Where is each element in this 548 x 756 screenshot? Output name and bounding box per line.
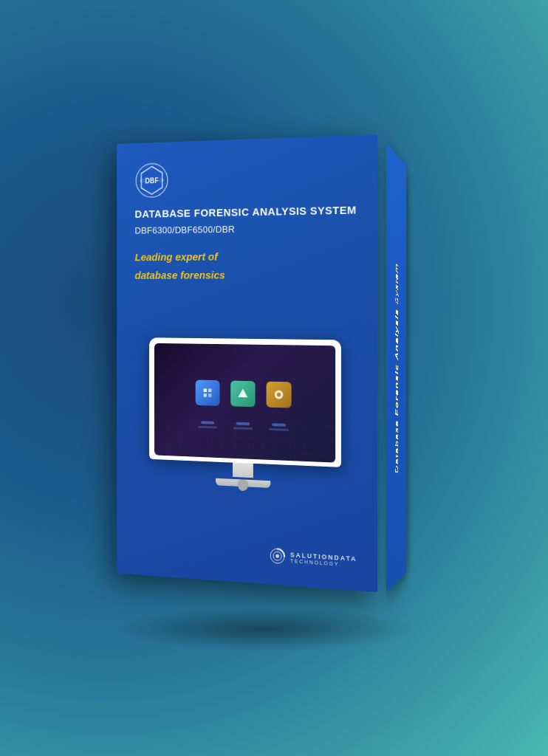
box-shadow — [114, 607, 416, 651]
monitor-illustration — [135, 300, 357, 532]
monitor — [149, 337, 341, 491]
svg-rect-3 — [154, 420, 335, 463]
product-box-scene: DBF DATABASE FORENSIC ANALYSIS SYSTEM DB… — [89, 120, 459, 636]
monitor-screen — [154, 343, 335, 463]
screen-icon-2 — [230, 381, 255, 408]
product-title: DATABASE FORENSIC ANALYSIS SYSTEM — [135, 203, 357, 221]
svg-text:DBF: DBF — [145, 176, 158, 185]
svg-rect-6 — [204, 394, 208, 397]
svg-marker-8 — [238, 389, 247, 398]
svg-rect-4 — [204, 388, 208, 392]
box-footer: SALUTIONDATA TECHNOLOGY — [135, 530, 357, 570]
brand-spiral-icon — [270, 547, 287, 566]
apple-icon — [237, 479, 248, 491]
brand-text: SALUTIONDATA TECHNOLOGY — [290, 551, 357, 568]
svg-point-13 — [276, 554, 280, 558]
logo-hexagon: DBF — [135, 162, 169, 199]
monitor-screen-outer — [149, 337, 341, 467]
spine-text: Database Forensic Analysis System — [394, 247, 399, 489]
tagline-line1: Leading expert of — [135, 247, 357, 265]
monitor-base — [216, 478, 270, 488]
box-front: DBF DATABASE FORENSIC ANALYSIS SYSTEM DB… — [117, 134, 377, 592]
svg-rect-7 — [208, 394, 212, 397]
screen-icons — [196, 380, 292, 408]
box-wrapper: DBF DATABASE FORENSIC ANALYSIS SYSTEM DB… — [97, 134, 451, 622]
brand-logo: SALUTIONDATA TECHNOLOGY — [270, 547, 357, 570]
tagline-line2: database forensics — [135, 267, 357, 284]
logo-area: DBF — [135, 156, 357, 199]
screen-icon-1 — [196, 380, 220, 406]
product-subtitle: DBF6300/DBF6500/DBR — [135, 221, 357, 236]
svg-rect-5 — [208, 389, 212, 393]
monitor-neck — [233, 463, 253, 478]
screen-icon-3 — [267, 382, 292, 408]
box-spine: Database Forensic Analysis System — [386, 143, 406, 592]
